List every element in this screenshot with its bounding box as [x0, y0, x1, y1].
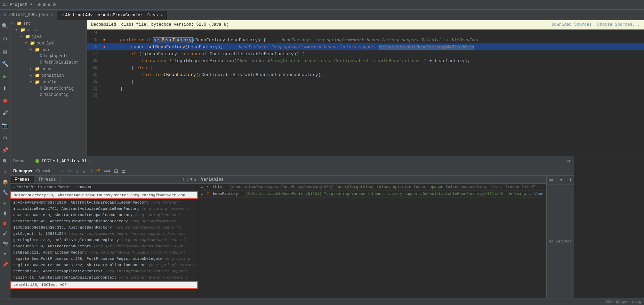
download-sources-link[interactable]: Download Sources	[552, 22, 591, 27]
debug-settings-icon[interactable]: ⚙	[565, 158, 573, 164]
debug-panel-wrapper: 🔍 ⊘ 📦 🔧 ▶ ⏸ ⏹ 🖌 📷 ⚙ 📌 Debug: 🟢 IOCTest_A…	[0, 156, 644, 298]
add-icon[interactable]: ⊕	[38, 2, 40, 8]
tab-ioctest[interactable]: C IOCTest_AOP.java ✕	[0, 10, 57, 20]
sidebar-vcs-icon[interactable]: ⚙	[2, 34, 8, 44]
debug-sidebar-gear2-icon[interactable]: ⚙	[2, 250, 8, 258]
debug-sidebar-pkg-icon[interactable]: 📦	[1, 178, 9, 187]
frame-setbeanfactory[interactable]: setBeanFactory:50, AbstractAdvisorAutoPr…	[10, 191, 198, 199]
tab-ioctest-close[interactable]: ✕	[51, 13, 53, 17]
frame-invokeaware-label: invokeAwareMethods:1826, AbstractAutowir…	[13, 200, 181, 205]
frames-expand-icon[interactable]: ⊕	[194, 177, 196, 182]
sidebar-camera-icon[interactable]: 📷	[0, 121, 10, 130]
debug-tool-evaluate[interactable]: ⟹	[102, 167, 112, 174]
frame-lambda[interactable]: lambda$doGetBean$0:335, AbstractBeanFact…	[10, 224, 198, 231]
sidebar-gear-icon[interactable]: ⚙	[2, 133, 8, 143]
debug-tool-stepinto[interactable]: ↘	[73, 167, 80, 174]
frame-refresh[interactable]: refresh:567, AbstractApplicationContext …	[10, 268, 198, 274]
debug-tool-reset[interactable]: ↺	[95, 167, 102, 174]
sidebar-pin-icon[interactable]: 📌	[0, 146, 10, 155]
tree-importconfig[interactable]: C ImportConfig	[10, 85, 87, 92]
debug-sidebar-play-icon[interactable]: ▶	[2, 199, 8, 207]
tree-aop[interactable]: ▼ 📁 aop	[10, 47, 87, 53]
frame-getobject[interactable]: getObject:-1, 195381554 (org.springframe…	[10, 231, 198, 237]
sidebar-search-icon[interactable]: 🔍	[0, 22, 10, 31]
debug-sidebar-pin-icon[interactable]: 📌	[1, 261, 9, 269]
debug-tool-list[interactable]: ≡	[59, 167, 65, 174]
settings-icon[interactable]: ⚙	[53, 2, 56, 8]
debug-tool-console[interactable]: Console	[35, 168, 53, 174]
frame-getsingleton[interactable]: getSingleton:234, DefaultSingletonBeanRe…	[10, 237, 198, 243]
debug-sidebar-camera-icon[interactable]: 📷	[1, 240, 9, 248]
tree-mainconfig-arrow	[35, 93, 38, 97]
threads-tab[interactable]: Threads	[34, 176, 60, 183]
watches-add-icon[interactable]: +	[569, 177, 572, 183]
debug-session-tab[interactable]: 🟢 IOCTest_AOP.test01 ✕	[32, 159, 94, 164]
debug-tool-stepout[interactable]: ↙	[81, 167, 88, 174]
choose-sources-link[interactable]: Choose Sources...	[597, 22, 640, 27]
tree-config[interactable]: ▼ 📁 config	[10, 79, 87, 85]
code-line-24: 24	[87, 30, 644, 36]
sort-icon[interactable]: ⇅	[48, 2, 50, 8]
debug-sidebar-brush2-icon[interactable]: 🖌	[1, 230, 9, 238]
sidebar-stop-icon[interactable]: ⏹	[1, 96, 9, 106]
frame-refresh-label: refresh:567, AbstractApplicationContext …	[13, 269, 190, 273]
frame-createbean[interactable]: createBean:542, AbstractAutowireCapableB…	[10, 218, 198, 224]
tree-java[interactable]: ▼ 📁 java	[10, 33, 87, 40]
debug-panel: Debug: 🟢 IOCTest_AOP.test01 ✕ ⚙ Debugger…	[10, 156, 574, 298]
list-icon[interactable]: ≡	[43, 2, 46, 8]
debug-tool-grid[interactable]: ⊞	[113, 167, 120, 174]
no-watches-label: No watches	[549, 239, 572, 244]
sidebar-structure-icon[interactable]: ▤	[2, 47, 8, 56]
debug-tool-debugger[interactable]: Debugger	[12, 168, 34, 174]
frame-getbean[interactable]: getBean:213, AbstractBeanFactory (org.sp…	[10, 249, 198, 256]
frame-invokeaware[interactable]: invokeAwareMethods:1826, AbstractAutowir…	[10, 199, 198, 206]
frame-initializebean[interactable]: initializeBean:1791, AbstractAutowireCap…	[10, 206, 198, 212]
frame-registerbpp2[interactable]: registerBeanPostProcessors:762, Abstract…	[10, 262, 198, 268]
frame-docreatebean[interactable]: doCreateBean:620, AbstractAutowireCapabl…	[10, 212, 198, 218]
tab-abstract-close[interactable]: ✕	[161, 13, 163, 17]
debug-session-close[interactable]: ✕	[89, 159, 91, 163]
tree-main[interactable]: ▼ 📁 main	[10, 27, 87, 33]
debug-tool-runtohere[interactable]: ↑	[89, 167, 94, 174]
debug-sidebar-vcs-icon[interactable]: ⊘	[2, 168, 8, 176]
code-editor[interactable]: 24 25 ⚑ public void setBeanFactory(BeanF…	[87, 30, 644, 156]
var-beanfactory[interactable]: ▶ ⬡ beanFactory = {DefaultListableBeanFa…	[198, 191, 546, 198]
tree-bean[interactable]: ▶ 📁 bean	[10, 66, 87, 72]
debug-sidebar-pause-icon[interactable]: ⏸	[1, 209, 9, 217]
frame-dogetbean-label: doGetBean:333, AbstractBeanFactory (org.…	[13, 244, 183, 248]
tree-comlwk[interactable]: ▼ 📁 com.lwk	[10, 40, 87, 47]
debug-sidebar-wrench-icon[interactable]: 🔧	[1, 189, 9, 197]
var-beanfactory-view-link[interactable]: View	[534, 192, 543, 196]
frame-setbeanfactory-pkg: (org.springframework.aop	[130, 193, 185, 197]
sidebar-build-icon[interactable]: 🔧	[0, 59, 10, 69]
tree-condition[interactable]: ▶ 📁 condition	[10, 72, 87, 79]
frame-test01[interactable]: test01:185, IOCTest_AOP	[10, 281, 198, 289]
sidebar-pause-icon[interactable]: ⏸	[1, 84, 9, 93]
frames-tab[interactable]: Frames	[10, 176, 34, 183]
debug-sidebar-stop-icon[interactable]: ⏹	[1, 220, 9, 228]
tree-mainconfig[interactable]: C MainConfig	[10, 92, 87, 98]
frames-down-icon[interactable]: ↓	[186, 177, 188, 182]
var-this[interactable]: ▶ ● this = {AnnotationAwareAspectJAutoPr…	[198, 184, 546, 191]
thread-main-item[interactable]: ✔ "main"@1 in group "main": RUNNING	[10, 184, 198, 191]
tab-abstract[interactable]: C AbstractAdvisorAutoProxyCreator.class …	[57, 10, 167, 20]
frames-tab-bar: Frames Threads ↑ ↓ ▼ ⊕	[10, 176, 198, 184]
sidebar-run-icon[interactable]: ▶	[2, 72, 8, 81]
tree-logaspects[interactable]: C LogAspects	[10, 53, 87, 59]
tree-mathcalculator[interactable]: C MathCalculator	[10, 59, 87, 66]
frame-dogetbean[interactable]: doGetBean:333, AbstractBeanFactory (org.…	[10, 243, 198, 249]
tree-mainconfig-icon: C	[40, 92, 42, 97]
tree-java-label: java	[32, 34, 42, 39]
watches-expand-icon[interactable]: ▼	[560, 178, 562, 182]
frames-filter-icon[interactable]: ▼	[190, 177, 193, 182]
tree-src[interactable]: ▼ 📁 src	[10, 20, 87, 27]
frames-up-icon[interactable]: ↑	[182, 177, 185, 182]
frame-registerbpp[interactable]: registerBeanPostProcessors:258, PostProc…	[10, 256, 198, 262]
frame-init[interactable]: <init>:93, AnnotationConfigApplicationCo…	[10, 274, 198, 281]
debug-tool-stepover[interactable]: ↗	[66, 167, 73, 174]
title-dropdown-icon[interactable]: ▼	[30, 3, 32, 7]
debug-sidebar-search-icon[interactable]: 🔍	[1, 157, 9, 166]
debug-tool-align[interactable]: ≣	[120, 167, 127, 174]
tree-aop-icon: 📁	[35, 47, 40, 52]
sidebar-brush-icon[interactable]: 🖌	[1, 108, 9, 118]
